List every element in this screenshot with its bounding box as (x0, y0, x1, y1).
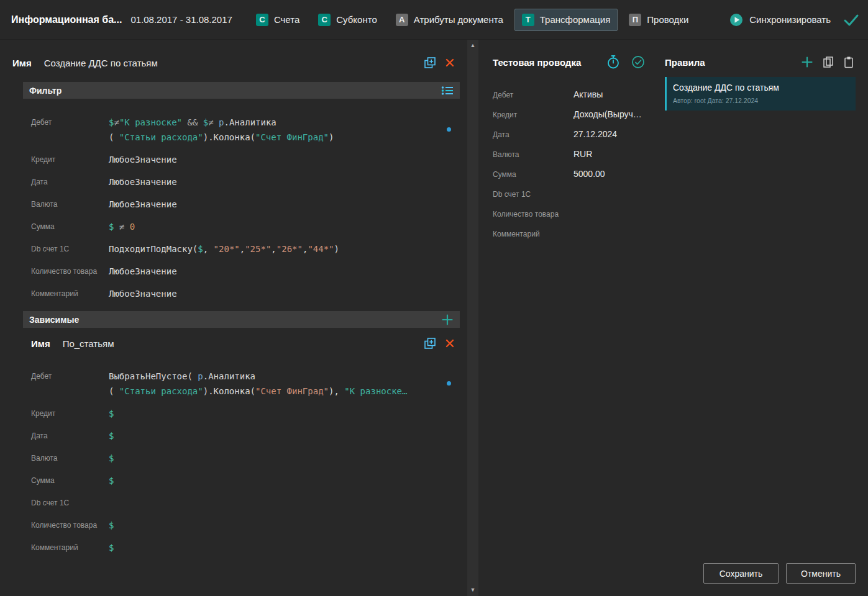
duplicate-icon[interactable] (424, 337, 436, 350)
test-field-row: ДебетАктивы (493, 89, 659, 109)
field-value-input[interactable]: $ (109, 406, 460, 421)
code-line: $ (109, 473, 439, 488)
code-token: $ (109, 222, 119, 232)
code-token: && (182, 117, 203, 127)
field-value[interactable]: 5000.00 (573, 169, 605, 179)
tab-postings[interactable]: ППроводки (621, 9, 696, 31)
field-row: Db счет 1СПодходитПодМаску($, "20*","25*… (31, 242, 460, 256)
tab-label: Субконто (336, 14, 377, 25)
field-row: Количество товара$ (31, 518, 460, 533)
sync-play-icon (729, 13, 743, 27)
code-token: ).Колонка( (203, 386, 255, 396)
code-token: ) (334, 244, 339, 254)
field-value-input[interactable]: $ ≠ 0 (109, 219, 460, 234)
duplicate-icon[interactable] (424, 56, 436, 69)
code-token: 0 (130, 222, 135, 232)
field-value-input[interactable]: $ (109, 518, 460, 533)
date-range[interactable]: 01.08.2017 - 31.08.2017 (130, 14, 232, 25)
field-label: Количество товара (31, 264, 109, 279)
code-token: "Счет ФинГрад" (255, 132, 329, 142)
test-entry-title: Тестовая проводка (493, 57, 581, 68)
field-label: Дебет (31, 369, 109, 399)
field-value[interactable]: 27.12.2024 (573, 129, 617, 139)
code-line: ЛюбоеЗначение (109, 197, 439, 212)
code-token: $ (109, 431, 114, 441)
tab-letter-icon: С (318, 14, 331, 26)
expand-dot-icon[interactable] (447, 381, 451, 386)
code-token: ВыбратьНеПустое( (109, 371, 198, 381)
code-token: $ (109, 543, 114, 553)
code-token: $ (198, 244, 203, 254)
field-label: Сумма (493, 169, 573, 179)
field-value[interactable]: Активы (573, 89, 603, 99)
field-value-input[interactable]: ЛюбоеЗначение (109, 264, 460, 279)
test-entry-actions (606, 55, 646, 70)
scrollbar-thumb[interactable] (467, 48, 478, 587)
tab-document-attributes[interactable]: ААтрибуты документа (388, 9, 511, 31)
close-icon[interactable] (445, 338, 455, 348)
field-value[interactable]: RUR (573, 149, 592, 159)
field-row: Сумма$ ≠ 0 (31, 219, 460, 234)
code-token: ).Колонка( (203, 132, 255, 142)
code-line (109, 495, 439, 510)
filter-list-icon[interactable] (441, 86, 454, 96)
tab-subconto[interactable]: ССубконто (311, 9, 385, 31)
stopwatch-icon[interactable] (606, 55, 621, 70)
confirm-check-icon[interactable] (843, 13, 859, 27)
scroll-up-icon[interactable]: ▲ (470, 43, 476, 48)
scroll-down-icon[interactable]: ▼ (470, 587, 476, 593)
sync-button[interactable]: Синхронизировать (729, 13, 831, 27)
dependent-name-value[interactable]: По_статьям (63, 338, 114, 349)
code-line: ( "Статьи расхода").Колонка("Счет ФинГра… (109, 130, 439, 145)
vertical-scrollbar[interactable]: ▲ ▼ (467, 40, 478, 596)
expand-dot-icon[interactable] (447, 127, 451, 132)
dependent-rows: ДебетВыбратьНеПустое( p.Аналитика( "Стат… (12, 369, 460, 555)
code-token: , (203, 244, 214, 254)
field-row: Дата$ (31, 428, 460, 443)
tab-label: Проводки (647, 14, 688, 25)
rule-list-item[interactable]: Создание ДДС по статьямАвтор: root Дата:… (665, 77, 856, 111)
field-label: Комментарий (493, 228, 573, 238)
rule-name-row: Имя Создание ДДС по статьям (12, 53, 460, 72)
rules-actions (801, 56, 856, 68)
code-line: ЛюбоеЗначение (109, 264, 439, 279)
paste-rule-icon[interactable] (843, 56, 854, 68)
tab-letter-icon: С (256, 14, 268, 26)
cancel-button[interactable]: Отменить (786, 563, 856, 584)
code-token: .Аналитика (224, 117, 276, 127)
tab-accounts[interactable]: ССчета (249, 9, 307, 31)
field-value-input[interactable]: ЛюбоеЗначение (109, 152, 460, 167)
field-value-input[interactable]: $ (109, 540, 460, 555)
dependent-name-actions (424, 337, 460, 350)
tab-transformation[interactable]: ТТрансформация (514, 9, 618, 31)
field-value-input[interactable]: ЛюбоеЗначение (109, 286, 460, 301)
field-value[interactable]: Доходы(Выруч… (573, 109, 642, 119)
field-value-input[interactable]: ЛюбоеЗначение (109, 174, 460, 189)
field-value-input[interactable]: ВыбратьНеПустое( p.Аналитика( "Статьи ра… (109, 369, 460, 399)
field-row: КредитЛюбоеЗначение (31, 152, 460, 167)
tab-letter-icon: Т (522, 14, 534, 26)
rule-title: Создание ДДС по статьям (673, 83, 849, 93)
field-value-input[interactable]: $≠"К разноске" && $≠ p.Аналитика( "Стать… (109, 115, 460, 145)
code-token: ), (329, 386, 344, 396)
field-value-input[interactable]: $ (109, 428, 460, 443)
field-label: Кредит (31, 406, 109, 421)
close-icon[interactable] (445, 58, 455, 68)
field-value-input[interactable]: $ (109, 451, 460, 466)
add-rule-icon[interactable] (801, 56, 813, 68)
code-line: $ (109, 406, 439, 421)
save-button[interactable]: Сохранить (703, 563, 779, 584)
code-token: ( (109, 386, 119, 396)
code-token: $ (109, 476, 114, 485)
field-value-input[interactable] (109, 495, 460, 510)
run-check-icon[interactable] (631, 55, 646, 70)
code-line: $ (109, 428, 439, 443)
field-value-input[interactable]: ЛюбоеЗначение (109, 197, 460, 212)
copy-rule-icon[interactable] (823, 56, 834, 68)
code-token: , (271, 244, 276, 254)
code-line: $ ≠ 0 (109, 219, 439, 234)
rule-name-value[interactable]: Создание ДДС по статьям (44, 58, 158, 68)
field-value-input[interactable]: ПодходитПодМаску($, "20*","25*","26*","4… (109, 242, 460, 256)
add-dependent-icon[interactable] (441, 314, 454, 326)
field-value-input[interactable]: $ (109, 473, 460, 488)
